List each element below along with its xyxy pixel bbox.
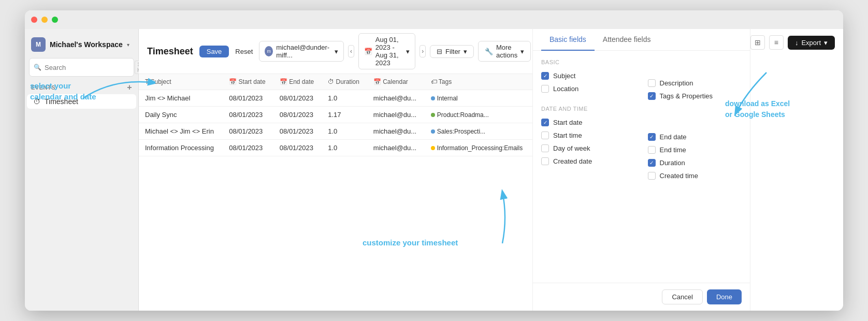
filter-chevron-icon: ▾ <box>464 48 467 55</box>
export-button[interactable]: ↓ Export ▾ <box>788 36 835 50</box>
subject-type-icon: T <box>145 78 150 85</box>
minimize-button[interactable] <box>41 17 48 23</box>
duration-checkbox[interactable] <box>648 159 656 167</box>
cell-subject-0: Jim <> Michael <box>139 90 223 107</box>
cell-calendar-2: michael@du... <box>367 123 425 140</box>
end-date-icon: 📅 <box>280 78 289 85</box>
prev-date-button[interactable]: ‹ <box>348 45 354 57</box>
start-date-field-label: Start date <box>553 119 582 126</box>
cell-duration-1: 1.17 <box>322 107 367 123</box>
table-row[interactable]: Jim <> Michael 08/01/2023 08/01/2023 1.0… <box>139 90 532 107</box>
tab-attendee-fields[interactable]: Attendee fields <box>595 29 659 51</box>
duration-field-label: Duration <box>660 159 685 167</box>
start-time-checkbox[interactable] <box>541 132 549 139</box>
cell-calendar-0: michael@du... <box>367 90 425 107</box>
export-chevron-icon: ▾ <box>824 39 828 47</box>
cell-subject-1: Daily Sync <box>139 107 223 123</box>
start-date-checkbox[interactable] <box>541 119 549 126</box>
add-event-button[interactable]: + <box>127 83 132 92</box>
created-date-field-label: Created date <box>553 157 592 165</box>
tags-properties-field-label: Tags & Properties <box>660 92 713 100</box>
cell-tags-3: Information_Processing:Emails <box>425 140 532 156</box>
more-actions-button[interactable]: 🔧 More actions ▾ <box>478 41 531 62</box>
save-button[interactable]: Save <box>199 46 229 57</box>
cell-start-date-0: 08/01/2023 <box>223 90 273 107</box>
grid-view-button[interactable]: ⊞ <box>750 35 765 50</box>
search-input[interactable] <box>45 64 132 71</box>
reset-button[interactable]: Reset <box>235 48 253 55</box>
workspace-avatar: M <box>31 37 46 52</box>
cell-calendar-1: michael@du... <box>367 107 425 123</box>
table-header-row: T Subject 📅 Start date 📅 End date <box>139 74 532 90</box>
end-time-checkbox[interactable] <box>648 146 656 154</box>
description-checkbox[interactable] <box>648 79 656 87</box>
datetime-section-label: Date and Time <box>541 106 635 112</box>
fields-content: Basic Subject Location Date and Time Sta… <box>533 51 750 283</box>
toolbar-right: m michael@dunder-miff... ▾ ‹ 📅 Aug 01, 2… <box>259 33 531 69</box>
calendar-selector[interactable]: m michael@dunder-miff... ▾ <box>259 41 344 62</box>
cell-end-date-0: 08/01/2023 <box>273 90 322 107</box>
more-actions-label: More actions <box>496 43 517 59</box>
content-area: Timesheet Save Reset m michael@dunder-mi… <box>139 29 532 311</box>
search-icon: 🔍 <box>34 64 41 71</box>
day-of-week-checkbox[interactable] <box>541 144 549 152</box>
list-view-button[interactable]: ≡ <box>769 35 784 50</box>
events-section-header: EVENTS + <box>25 79 138 94</box>
field-duration: Duration <box>648 157 742 168</box>
events-label: EVENTS <box>31 84 55 91</box>
field-end-date: End date <box>648 132 742 142</box>
date-range-selector[interactable]: 📅 Aug 01, 2023 - Aug 31, 2023 ▾ <box>358 33 416 69</box>
cell-tags-2: Sales:Prospecti... <box>425 123 532 140</box>
next-date-button[interactable]: › <box>419 45 426 57</box>
cell-duration-0: 1.0 <box>322 90 367 107</box>
titlebar <box>25 10 843 29</box>
fields-left-column: Basic Subject Location Date and Time Sta… <box>541 59 635 274</box>
maximize-button[interactable] <box>52 17 58 23</box>
cell-duration-3: 1.0 <box>322 140 367 156</box>
cancel-button[interactable]: Cancel <box>662 289 702 304</box>
search-bar[interactable]: 🔍 ⌘ K <box>29 58 134 77</box>
export-label: Export <box>801 39 821 47</box>
workspace-header[interactable]: M Michael's Workspace ▾ <box>25 33 138 56</box>
tags-col-icon: 🏷 <box>431 78 439 85</box>
end-date-field-label: End date <box>660 133 687 141</box>
cell-end-date-2: 08/01/2023 <box>273 123 322 140</box>
table-row[interactable]: Daily Sync 08/01/2023 08/01/2023 1.17 mi… <box>139 107 532 123</box>
location-checkbox[interactable] <box>541 85 549 93</box>
close-button[interactable] <box>31 17 37 23</box>
export-icon: ↓ <box>795 39 799 47</box>
subject-field-label: Subject <box>553 72 575 80</box>
col-start-date: 📅 Start date <box>223 74 273 90</box>
subject-checkbox[interactable] <box>541 72 549 80</box>
created-time-checkbox[interactable] <box>648 172 656 180</box>
sidebar-item-timesheet[interactable]: ⏱ Timesheet <box>27 94 136 109</box>
export-area: ⊞ ≡ ↓ Export ▾ <box>750 29 843 311</box>
timesheet-icon: ⏱ <box>33 97 40 106</box>
done-button[interactable]: Done <box>707 289 742 304</box>
created-date-checkbox[interactable] <box>541 157 549 165</box>
tab-basic-fields[interactable]: Basic fields <box>541 29 595 51</box>
cell-subject-3: Information Processing <box>139 140 223 156</box>
cell-tags-0: Internal <box>425 90 532 107</box>
toolbar: Timesheet Save Reset m michael@dunder-mi… <box>139 29 532 74</box>
field-created-time: Created time <box>648 170 742 181</box>
calendar-icon: 📅 <box>364 48 372 55</box>
created-time-field-label: Created time <box>660 172 698 180</box>
calendar-avatar: m <box>265 46 273 56</box>
table-row[interactable]: Michael <> Jim <> Erin 08/01/2023 08/01/… <box>139 123 532 140</box>
col-calendar: 📅 Calendar <box>367 74 425 90</box>
cell-start-date-1: 08/01/2023 <box>223 107 273 123</box>
sidebar-item-label: Timesheet <box>45 97 78 106</box>
start-time-field-label: Start time <box>553 132 582 139</box>
filter-button[interactable]: ⊟ Filter ▾ <box>430 45 474 58</box>
field-description: Description <box>648 78 742 89</box>
col-duration: ⏱ Duration <box>322 74 367 90</box>
timesheet-table: T Subject 📅 Start date 📅 End date <box>139 74 532 156</box>
end-date-checkbox[interactable] <box>648 133 656 141</box>
end-time-field-label: End time <box>660 146 686 154</box>
duration-icon: ⏱ <box>328 78 336 85</box>
date-range-chevron-icon: ▾ <box>406 48 410 55</box>
location-field-label: Location <box>553 85 578 93</box>
table-row[interactable]: Information Processing 08/01/2023 08/01/… <box>139 140 532 156</box>
tags-properties-checkbox[interactable] <box>648 92 656 100</box>
